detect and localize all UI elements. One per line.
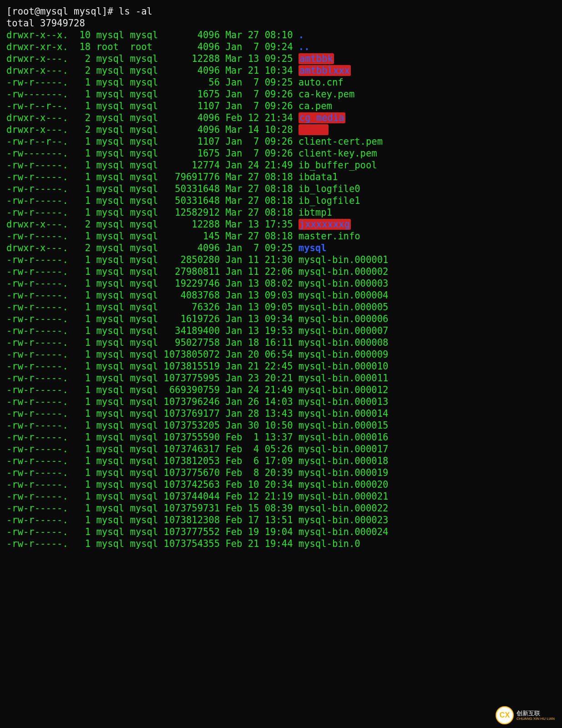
time: 08:18 (265, 172, 293, 182)
owner: mysql (96, 112, 124, 123)
owner: mysql (96, 526, 124, 537)
links: 2 (74, 53, 91, 64)
day: 27 (248, 172, 259, 182)
time: 09:26 (265, 136, 293, 147)
day: 19 (248, 526, 259, 537)
month: Jan (225, 396, 242, 407)
list-row: -rw-r-----. 1 mysql mysql 1073777552 Feb… (6, 526, 388, 537)
time: 19:04 (265, 526, 293, 537)
size: 1675 (164, 148, 220, 159)
month: Jan (225, 77, 242, 88)
perm: -rw-r-----. (6, 349, 74, 360)
perm: drwxr-x---. (6, 219, 74, 230)
day: 14 (248, 124, 259, 135)
owner: mysql (96, 160, 124, 171)
group: mysql (130, 349, 158, 360)
day: 12 (248, 112, 259, 123)
size: 27980811 (164, 266, 220, 277)
owner: mysql (96, 467, 124, 478)
day: 11 (248, 266, 259, 277)
perm: -rw-r-----. (6, 160, 74, 171)
group: mysql (130, 538, 158, 549)
list-row: -rw-r-----. 1 mysql mysql 145 Mar 27 08:… (6, 231, 360, 242)
perm: -rw-r-----. (6, 503, 74, 514)
owner: mysql (96, 479, 124, 490)
list-row: -rw-r-----. 1 mysql mysql 2850280 Jan 11… (6, 254, 388, 265)
links: 1 (74, 278, 91, 289)
group: mysql (130, 515, 158, 526)
time: 09:26 (265, 89, 293, 100)
list-row: -rw-r-----. 1 mysql mysql 4083768 Jan 13… (6, 290, 388, 301)
owner: mysql (96, 503, 124, 514)
owner: mysql (96, 254, 124, 265)
file-name: mysql-bin.0 (299, 538, 360, 549)
day: 24 (248, 160, 259, 171)
day: 21 (248, 538, 259, 549)
group: mysql (130, 526, 158, 537)
perm: -rw-r--r--. (6, 101, 74, 111)
size: 1073796246 (164, 396, 220, 407)
size: 669390759 (164, 384, 220, 395)
links: 1 (74, 207, 91, 218)
links: 1 (74, 491, 91, 502)
perm: -rw-r-----. (6, 479, 74, 490)
time: 16:11 (265, 337, 293, 348)
list-row: drwxr-x---. 2 mysql mysql 12288 Mar 13 0… (6, 53, 334, 64)
file-name: mysql-bin.000011 (299, 373, 388, 384)
month: Jan (225, 290, 242, 301)
file-name: mysql-bin.000001 (299, 254, 388, 265)
owner: mysql (96, 30, 124, 40)
group: mysql (130, 207, 158, 218)
day: 13 (248, 278, 259, 289)
file-name: ib_buffer_pool (299, 160, 377, 171)
file-name: .. (299, 41, 310, 52)
list-row: -rw-r-----. 1 mysql mysql 19229746 Jan 1… (6, 278, 388, 289)
day: 13 (248, 290, 259, 301)
perm: -rw-------. (6, 89, 74, 100)
list-row: drwxr-x---. 2 mysql mysql 4096 Mar 14 10… (6, 124, 329, 135)
links: 2 (74, 124, 91, 135)
list-row: -rw-r-----. 1 mysql mysql 1073754355 Feb… (6, 538, 360, 549)
month: Jan (225, 302, 242, 313)
file-name: mysql-bin.000014 (299, 408, 388, 419)
list-row: drwxr-x---. 2 mysql mysql 4096 Mar 21 10… (6, 65, 351, 76)
day: 17 (248, 515, 259, 526)
links: 1 (74, 231, 91, 242)
size: 1675 (164, 89, 220, 100)
logo-brand: 创新互联 (516, 710, 555, 717)
day: 13 (248, 302, 259, 313)
file-name: . (299, 30, 304, 40)
time: 21:30 (265, 254, 293, 265)
month: Jan (225, 384, 242, 395)
terminal-output[interactable]: [root@mysql mysql]# ls -al total 3794972… (0, 0, 562, 555)
size: 50331648 (164, 195, 220, 206)
day: 18 (248, 337, 259, 348)
month: Feb (225, 526, 242, 537)
list-row: -rw-r-----. 1 mysql mysql 34189400 Jan 1… (6, 325, 388, 336)
month: Mar (225, 65, 242, 76)
day: 20 (248, 349, 259, 360)
time: 19:44 (265, 538, 293, 549)
group: mysql (130, 325, 158, 336)
time: 09:25 (265, 243, 293, 253)
perm: -rw-r-----. (6, 302, 74, 313)
month: Feb (225, 455, 242, 466)
links: 1 (74, 432, 91, 443)
perm: -rw-r-----. (6, 408, 74, 419)
list-row: -rw-r-----. 1 mysql mysql 1073742563 Feb… (6, 479, 388, 490)
links: 1 (74, 77, 91, 88)
file-name: amtbbk (299, 53, 334, 64)
group: mysql (130, 384, 158, 395)
file-name: mysql-bin.000021 (299, 491, 388, 502)
size: 1073812308 (164, 515, 220, 526)
month: Feb (225, 467, 242, 478)
perm: drwxr-xr-x. (6, 41, 74, 52)
perm: drwxr-x---. (6, 53, 74, 64)
owner: mysql (96, 373, 124, 384)
file-name: mysql-bin.000002 (299, 266, 388, 277)
file-name: mysql-bin.000006 (299, 313, 388, 324)
time: 09:26 (265, 148, 293, 159)
day: 11 (248, 254, 259, 265)
owner: mysql (96, 53, 124, 64)
size: 4096 (164, 65, 220, 76)
